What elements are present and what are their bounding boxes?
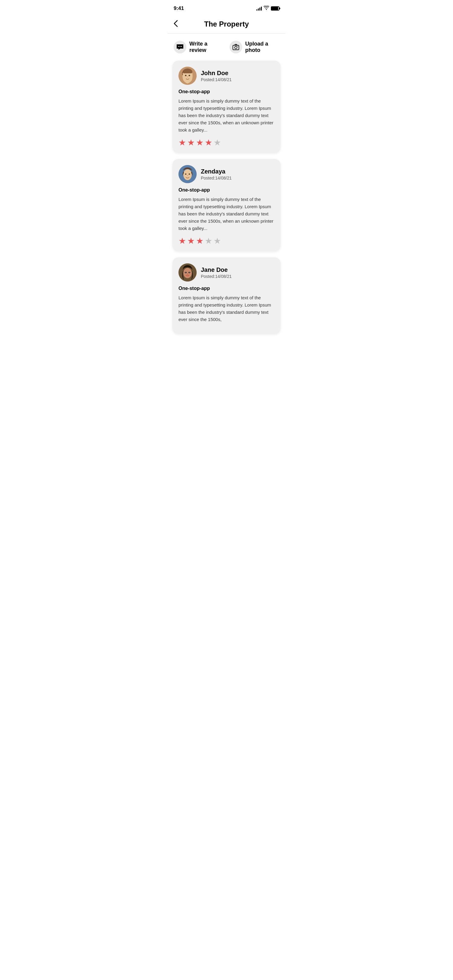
page-title: The Property <box>204 20 249 29</box>
header: The Property <box>167 15 286 33</box>
reviewer-date-2: Posted:14/08/21 <box>201 176 231 180</box>
review-card-1: John Doe Posted:14/08/21 One-stop-app Lo… <box>172 60 281 153</box>
review-category-1: One-stop-app <box>179 89 274 94</box>
star-2-2: ★ <box>187 237 195 245</box>
svg-point-4 <box>234 46 237 49</box>
review-text-3: Lorem Ipsum is simply dummy text of the … <box>179 294 274 323</box>
star-2-5: ★ <box>214 237 221 245</box>
star-2-1: ★ <box>179 237 186 245</box>
review-category-2: One-stop-app <box>179 188 274 193</box>
svg-point-20 <box>185 272 186 273</box>
review-header-3: Jane Doe Posted:14/08/21 <box>179 263 274 282</box>
star-1-5: ★ <box>214 138 221 147</box>
reviewer-date-3: Posted:14/08/21 <box>201 274 231 279</box>
star-2-4: ★ <box>205 237 212 245</box>
svg-point-1 <box>180 46 180 47</box>
star-rating-1: ★ ★ ★ ★ ★ <box>179 138 274 147</box>
svg-point-11 <box>189 75 190 76</box>
svg-point-21 <box>189 272 190 273</box>
review-text-2: Lorem Ipsum is simply dummy text of the … <box>179 196 274 232</box>
wifi-icon <box>264 6 269 11</box>
back-button[interactable] <box>174 20 178 29</box>
upload-photo-icon <box>230 41 242 53</box>
star-1-2: ★ <box>187 138 195 147</box>
svg-point-17 <box>183 268 192 278</box>
status-bar: 9:41 <box>167 0 286 15</box>
reviewer-date-1: Posted:14/08/21 <box>201 77 231 82</box>
reviewer-info-2: Zendaya Posted:14/08/21 <box>201 168 231 180</box>
avatar-john <box>179 67 196 85</box>
svg-point-2 <box>181 46 182 47</box>
svg-point-0 <box>178 46 179 47</box>
svg-point-13 <box>183 169 192 180</box>
review-card-2: Zendaya Posted:14/08/21 One-stop-app Lor… <box>172 159 281 251</box>
review-text-1: Lorem Ipsum is simply dummy text of the … <box>179 97 274 134</box>
review-header-2: Zendaya Posted:14/08/21 <box>179 165 274 183</box>
review-category-3: One-stop-app <box>179 286 274 291</box>
reviewer-info-3: Jane Doe Posted:14/08/21 <box>201 266 231 279</box>
star-1-3: ★ <box>196 138 204 147</box>
signal-icon <box>257 6 262 11</box>
upload-photo-button[interactable]: Upload a photo <box>230 41 279 53</box>
status-time: 9:41 <box>174 5 184 11</box>
svg-point-5 <box>238 46 238 47</box>
reviewer-name-1: John Doe <box>201 69 231 76</box>
write-review-button[interactable]: Write a review <box>174 41 223 53</box>
reviewer-name-3: Jane Doe <box>201 266 231 274</box>
avatar-jane <box>179 263 196 282</box>
avatar-zendaya <box>179 165 196 183</box>
star-1-4: ★ <box>205 138 212 147</box>
star-rating-2: ★ ★ ★ ★ ★ <box>179 237 274 245</box>
reviewer-info-1: John Doe Posted:14/08/21 <box>201 69 231 82</box>
review-card-3: Jane Doe Posted:14/08/21 One-stop-app Lo… <box>172 258 281 334</box>
action-buttons: Write a review Upload a photo <box>167 33 286 60</box>
write-review-icon <box>174 41 186 53</box>
svg-point-14 <box>185 173 187 175</box>
reviewer-name-2: Zendaya <box>201 168 231 175</box>
svg-point-15 <box>189 173 190 175</box>
reviews-container: John Doe Posted:14/08/21 One-stop-app Lo… <box>167 60 286 341</box>
upload-photo-label: Upload a photo <box>245 41 279 53</box>
star-2-3: ★ <box>196 237 204 245</box>
svg-point-10 <box>185 75 187 76</box>
status-icons <box>257 6 279 11</box>
review-header-1: John Doe Posted:14/08/21 <box>179 67 274 85</box>
svg-rect-3 <box>233 45 239 50</box>
battery-icon <box>271 6 279 11</box>
star-1-1: ★ <box>179 138 186 147</box>
write-review-label: Write a review <box>189 41 223 53</box>
